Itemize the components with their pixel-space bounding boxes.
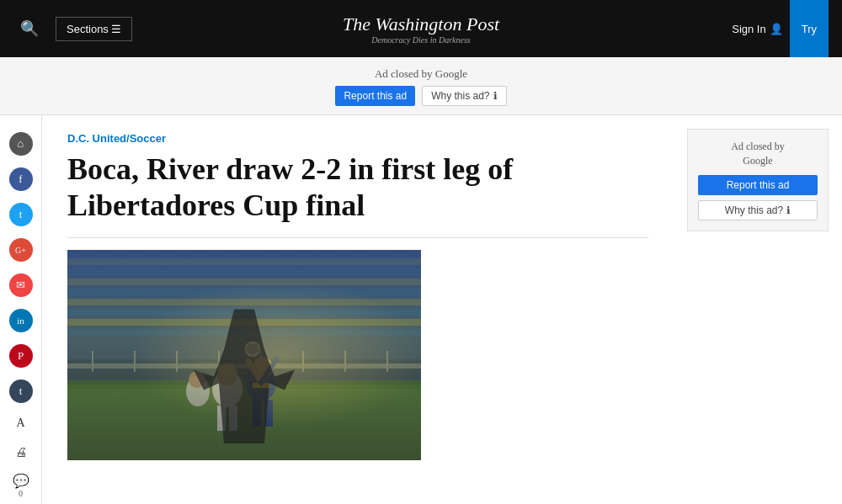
svg-point-27	[253, 357, 273, 379]
sections-label: Sections ☰	[67, 23, 121, 35]
article-title: Boca, River draw 2-2 in first leg of Lib…	[67, 151, 648, 224]
svg-point-21	[212, 370, 242, 407]
why-ad-button[interactable]: Why this ad? ℹ	[422, 86, 506, 106]
search-button[interactable]: 🔍	[13, 16, 45, 41]
svg-rect-26	[253, 383, 269, 388]
navbar: 🔍 Sections ☰ The Washington Post Democra…	[0, 0, 842, 57]
svg-rect-4	[67, 279, 421, 285]
svg-rect-1	[67, 250, 421, 359]
try-button[interactable]: Try	[790, 0, 829, 57]
why-ad-label: Why this ad?	[431, 90, 489, 102]
svg-rect-28	[253, 400, 261, 427]
svg-point-34	[189, 371, 205, 388]
svg-rect-6	[67, 299, 421, 305]
print-icon[interactable]: 🖨	[9, 444, 33, 462]
email-icon[interactable]: ✉	[9, 273, 33, 297]
facebook-icon[interactable]: f	[9, 167, 33, 191]
right-why-label: Why this ad?	[725, 204, 783, 216]
svg-rect-23	[217, 406, 226, 431]
tumblr-icon[interactable]: t	[9, 379, 33, 403]
right-report-ad-button[interactable]: Report this ad	[698, 175, 818, 195]
article-category[interactable]: D.C. United/Soccer	[67, 132, 648, 145]
info-icon: ℹ	[493, 90, 498, 102]
svg-rect-9	[67, 329, 421, 336]
svg-rect-10	[67, 385, 421, 460]
left-sidebar: ⌂ f t G+ ✉ in P t A 🖨 💬 0	[0, 115, 42, 504]
svg-rect-29	[264, 400, 273, 427]
divider	[67, 237, 648, 238]
sections-button[interactable]: Sections ☰	[56, 17, 132, 41]
comment-button[interactable]: 💬 0	[13, 473, 29, 498]
linkedin-icon[interactable]: in	[9, 309, 33, 332]
article-content: D.C. United/Soccer Boca, River draw 2-2 …	[42, 115, 674, 504]
ad-closed-text: Ad closed by Google	[0, 67, 842, 81]
right-sidebar: Ad closed byGoogle Report this ad Why th…	[674, 115, 842, 504]
svg-rect-12	[67, 363, 421, 369]
svg-rect-3	[67, 268, 421, 275]
comment-icon: 💬	[13, 473, 29, 489]
site-subtitle: Democracy Dies in Darkness	[343, 35, 499, 45]
signin-label: Sign In	[732, 23, 765, 35]
main-layout: ⌂ f t G+ ✉ in P t A 🖨 💬 0	[0, 115, 842, 504]
svg-rect-2	[67, 258, 421, 265]
svg-line-30	[248, 361, 261, 383]
svg-rect-5	[67, 289, 421, 295]
comment-count: 0	[19, 489, 23, 498]
ad-buttons: Report this ad Why this ad? ℹ	[0, 86, 842, 106]
svg-rect-7	[67, 309, 421, 316]
nav-right: Sign In 👤 Try	[732, 0, 829, 57]
svg-rect-0	[67, 250, 421, 460]
report-ad-button[interactable]: Report this ad	[335, 86, 415, 106]
ad-banner: Ad closed by Google Report this ad Why t…	[0, 57, 842, 115]
twitter-icon[interactable]: t	[9, 203, 33, 226]
font-size-icon[interactable]: A	[9, 415, 33, 432]
svg-rect-24	[229, 406, 237, 431]
search-icon: 🔍	[20, 20, 39, 37]
right-ad-box: Ad closed byGoogle Report this ad Why th…	[687, 129, 829, 231]
site-title: The Washington Post	[343, 13, 499, 35]
svg-rect-11	[67, 380, 421, 389]
try-label: Try	[802, 23, 817, 35]
nav-left: 🔍 Sections ☰	[13, 16, 132, 41]
user-icon: 👤	[770, 23, 783, 35]
nav-center: The Washington Post Democracy Dies in Da…	[343, 13, 499, 45]
right-info-icon: ℹ	[786, 204, 791, 216]
svg-rect-8	[67, 319, 421, 326]
article-image	[67, 250, 421, 460]
signin-button[interactable]: Sign In 👤	[732, 23, 782, 35]
pinterest-icon[interactable]: P	[9, 344, 33, 368]
svg-point-33	[186, 376, 210, 406]
svg-point-32	[244, 341, 261, 358]
svg-point-22	[217, 363, 237, 385]
google-plus-icon[interactable]: G+	[9, 238, 33, 262]
article-image-container	[67, 250, 648, 460]
right-why-ad-button[interactable]: Why this ad? ℹ	[698, 200, 818, 220]
home-icon[interactable]: ⌂	[9, 132, 33, 156]
svg-line-31	[261, 359, 276, 383]
right-ad-closed-text: Ad closed byGoogle	[698, 140, 818, 168]
article-image-svg	[67, 250, 421, 460]
svg-point-25	[246, 364, 276, 401]
